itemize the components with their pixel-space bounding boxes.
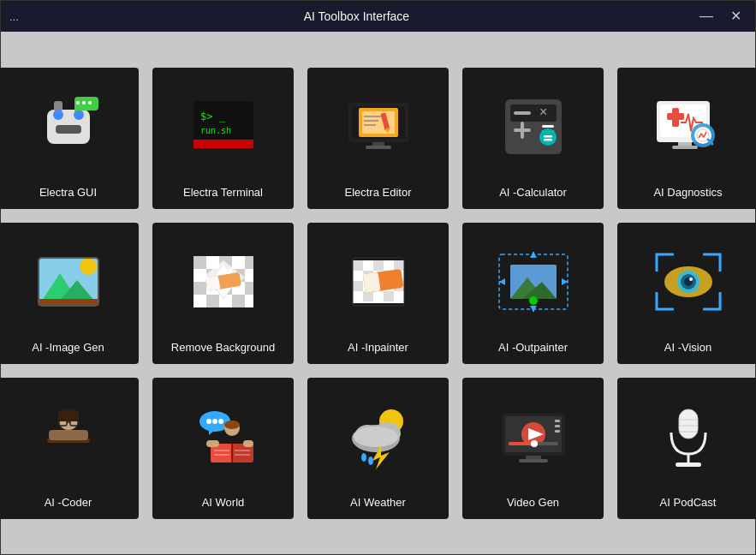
svg-rect-17 (362, 111, 395, 134)
svg-rect-143 (555, 420, 560, 422)
svg-point-142 (531, 440, 538, 447)
svg-rect-34 (544, 135, 552, 138)
electra-gui-icon (0, 68, 139, 186)
svg-point-135 (368, 457, 373, 465)
ai-podcast-icon (617, 378, 756, 496)
tile-label: AI -Inpainter (342, 341, 414, 355)
svg-rect-76 (363, 291, 373, 301)
svg-rect-144 (555, 425, 560, 427)
svg-rect-60 (245, 282, 253, 295)
ai-weather-icon (307, 378, 449, 496)
svg-rect-147 (519, 459, 548, 462)
svg-rect-73 (353, 281, 363, 291)
tile-ai-world[interactable]: AI World (152, 378, 294, 519)
tile-ai-vision[interactable]: AI -Vision (617, 223, 756, 364)
ai-inpainter-icon (307, 223, 449, 341)
svg-rect-148 (679, 409, 698, 439)
svg-point-94 (529, 296, 538, 305)
svg-rect-77 (384, 291, 394, 301)
tile-remove-background[interactable]: Remove Background (152, 223, 294, 364)
svg-rect-53 (193, 256, 206, 269)
svg-point-8 (88, 101, 92, 104)
electra-terminal-icon: $> _ run.sh (152, 68, 294, 186)
tile-ai-image-gen[interactable]: AI -Image Gen (0, 223, 139, 364)
svg-rect-69 (373, 260, 384, 271)
tile-ai-podcast[interactable]: AI PodCast (617, 378, 756, 519)
svg-rect-30 (521, 122, 524, 139)
close-button[interactable]: ✕ (725, 8, 747, 25)
svg-rect-27 (514, 111, 531, 115)
tile-electra-gui[interactable]: Electra GUI (0, 68, 139, 209)
svg-rect-31 (542, 125, 554, 128)
tile-label: AI -Calculator (494, 186, 572, 200)
tile-label: Electra Editor (339, 186, 416, 200)
ai-diagnostics-icon (617, 68, 756, 186)
ai-world-icon (152, 378, 294, 496)
ai-coder-icon: </> (0, 378, 139, 496)
tile-label: AI Weather (345, 496, 411, 510)
svg-rect-4 (56, 125, 81, 134)
tile-label: AI -Outpainter (493, 341, 573, 355)
app-grid: Electra GUI $> _ run.sh Electra Terminal (0, 68, 756, 519)
svg-point-115 (218, 419, 223, 424)
remove-background-icon (152, 223, 294, 341)
svg-rect-50 (39, 299, 98, 306)
ai-outpainter-icon (462, 223, 604, 341)
tile-ai-coder[interactable]: </> AI -Coder (0, 378, 139, 519)
window-controls: — ✕ (694, 8, 747, 25)
svg-rect-35 (544, 139, 552, 141)
svg-rect-127 (243, 440, 253, 447)
svg-rect-24 (366, 146, 391, 149)
ai-vision-icon (617, 223, 756, 341)
main-window: ... AI Toolbox Interface — ✕ (0, 0, 756, 555)
video-gen-icon (462, 378, 604, 496)
svg-rect-70 (394, 260, 404, 271)
svg-point-134 (361, 453, 366, 462)
tile-label: Electra Terminal (178, 186, 268, 200)
svg-text:×: × (539, 104, 547, 119)
svg-point-113 (206, 419, 211, 424)
tile-ai-outpainter[interactable]: AI -Outpainter (462, 223, 604, 364)
svg-point-132 (354, 427, 398, 447)
svg-rect-58 (193, 282, 206, 295)
tile-electra-terminal[interactable]: $> _ run.sh Electra Terminal (152, 68, 294, 209)
svg-point-118 (224, 421, 240, 429)
tile-label: Remove Background (166, 341, 280, 355)
svg-rect-145 (555, 430, 560, 433)
svg-point-114 (212, 419, 217, 424)
tile-ai-inpainter[interactable]: AI -Inpainter (307, 223, 449, 364)
svg-marker-116 (209, 430, 215, 435)
svg-rect-45 (672, 146, 698, 149)
svg-point-2 (53, 110, 63, 120)
svg-rect-154 (676, 462, 701, 467)
svg-rect-39 (667, 113, 684, 120)
svg-rect-79 (362, 272, 380, 292)
tile-label: AI -Vision (659, 341, 717, 355)
svg-rect-126 (206, 440, 219, 447)
tile-label: Video Gen (502, 496, 564, 510)
tile-video-gen[interactable]: Video Gen (462, 378, 604, 519)
tile-ai-calculator[interactable]: × AI -Calculator (462, 68, 604, 209)
minimize-button[interactable]: — (694, 8, 718, 25)
svg-point-100 (689, 278, 693, 281)
svg-rect-44 (678, 142, 692, 146)
svg-rect-62 (232, 295, 245, 307)
tile-ai-diagnostics[interactable]: AI Dagnostics (617, 68, 756, 209)
tile-label: AI Dagnostics (648, 186, 727, 200)
svg-rect-111 (49, 430, 88, 440)
menu-dots[interactable]: ... (9, 10, 19, 23)
svg-rect-68 (353, 260, 363, 271)
svg-point-6 (76, 101, 80, 104)
svg-point-7 (82, 101, 86, 104)
tile-label: AI -Coder (39, 496, 98, 510)
ai-calculator-icon: × (462, 68, 604, 186)
content-area: Electra GUI $> _ run.sh Electra Terminal (1, 32, 755, 554)
svg-rect-11 (193, 140, 253, 148)
svg-rect-61 (206, 295, 219, 307)
electra-editor-icon (307, 68, 449, 186)
tile-label: AI World (197, 496, 250, 510)
svg-text:run.sh: run.sh (200, 126, 231, 135)
tile-electra-editor[interactable]: Electra Editor (307, 68, 449, 209)
tile-ai-weather[interactable]: AI Weather (307, 378, 449, 519)
svg-rect-141 (509, 442, 534, 445)
